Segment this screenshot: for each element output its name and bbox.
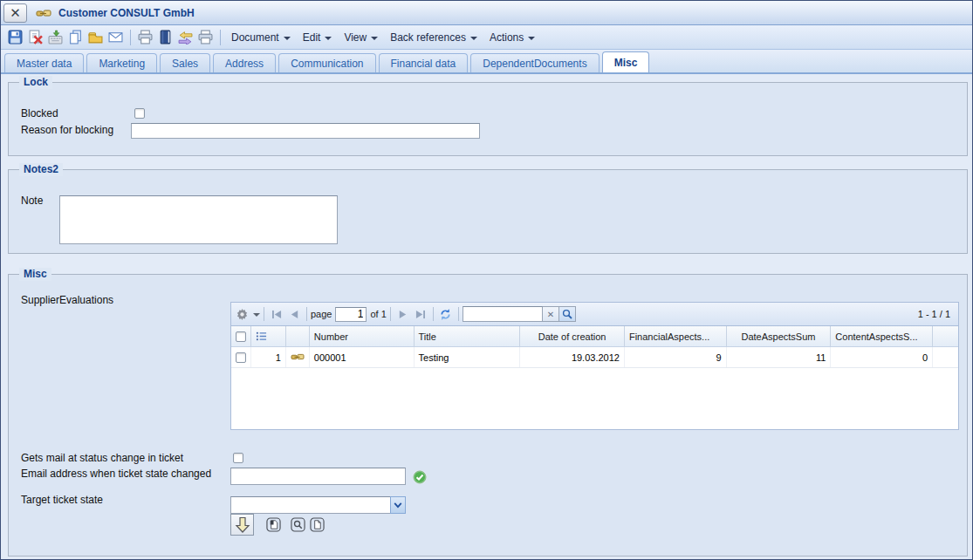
chevron-down-icon <box>371 37 378 40</box>
menu-view-label: View <box>344 31 367 44</box>
lock-section: Lock Blocked Reason for blocking <box>8 82 968 156</box>
copy-page-button[interactable] <box>265 516 281 532</box>
tab-financial-data[interactable]: Financial data <box>379 53 469 72</box>
copy-icon[interactable] <box>65 28 85 47</box>
title-bar: ✕ Customer CONSULT GmbH <box>1 1 972 25</box>
print-icon[interactable] <box>135 28 154 47</box>
print-list-icon[interactable] <box>195 28 215 47</box>
numbered-list-icon <box>256 331 267 342</box>
reason-for-blocking-label: Reason for blocking <box>21 124 113 136</box>
select-all-checkbox[interactable] <box>236 331 246 342</box>
combo-chevron-down-icon[interactable] <box>390 496 406 514</box>
prev-page-icon[interactable] <box>285 305 303 323</box>
gets-mail-label: Gets mail at status change in ticket <box>21 452 183 464</box>
tab-marketing[interactable]: Marketing <box>86 53 157 72</box>
tab-label: Master data <box>17 58 72 70</box>
target-ticket-state-combo[interactable] <box>230 496 406 514</box>
search-icon[interactable] <box>559 306 576 322</box>
keyboard-import-icon[interactable] <box>45 28 65 47</box>
gets-mail-checkbox[interactable] <box>233 453 243 463</box>
close-icon[interactable]: ✕ <box>3 3 27 23</box>
column-header-content-aspects[interactable]: ContentAspectsS... <box>831 326 933 346</box>
save-icon[interactable] <box>5 28 24 47</box>
tab-strip: Master data Marketing Sales Address Comm… <box>1 50 972 74</box>
clear-search-icon[interactable]: ✕ <box>543 306 559 322</box>
column-header-date-aspects-sum[interactable]: DateAspectsSum <box>727 326 832 346</box>
tab-misc[interactable]: Misc <box>602 51 650 72</box>
blocked-checkbox[interactable] <box>134 108 145 119</box>
page-number-input[interactable] <box>335 307 367 322</box>
grid-search-input[interactable] <box>463 306 543 322</box>
chevron-down-icon <box>528 37 535 40</box>
tab-communication[interactable]: Communication <box>278 53 375 72</box>
tab-master-data[interactable]: Master data <box>4 53 84 72</box>
menu-document[interactable]: Document <box>225 29 297 46</box>
pager-separator <box>264 307 264 321</box>
cell-content-aspects: 0 <box>831 347 933 367</box>
email-address-label: Email address when ticket state changed <box>21 468 211 480</box>
tab-label: Financial data <box>391 58 456 70</box>
blocked-label: Blocked <box>21 107 58 120</box>
column-header-number[interactable]: Number <box>310 326 415 346</box>
pager-separator <box>458 307 459 321</box>
delete-document-icon[interactable] <box>25 28 45 47</box>
select-all-checkbox-cell[interactable] <box>231 326 251 346</box>
down-arrow-icon <box>235 516 250 534</box>
misc-legend: Misc <box>19 268 51 281</box>
note-textarea[interactable] <box>59 195 338 244</box>
new-document-button[interactable] <box>309 516 325 532</box>
main-toolbar: Document Edit View Back references Actio… <box>1 25 972 50</box>
tab-sales[interactable]: Sales <box>160 53 210 72</box>
grid-settings-gear-icon[interactable] <box>236 305 260 323</box>
menu-view[interactable]: View <box>338 29 384 46</box>
menu-document-label: Document <box>231 31 279 44</box>
grid-row[interactable]: 1 000001 Testing 19.03.2012 9 11 0 <box>231 347 958 368</box>
lock-legend: Lock <box>19 76 52 89</box>
tab-address[interactable]: Address <box>213 53 276 72</box>
refresh-icon[interactable] <box>437 305 455 323</box>
customer-icon <box>36 6 51 20</box>
reason-for-blocking-input[interactable] <box>131 123 480 139</box>
menu-actions-label: Actions <box>490 31 524 44</box>
pager-separator <box>390 307 391 321</box>
application-window: ✕ Customer CONSULT GmbH <box>0 0 973 560</box>
column-header-title[interactable]: Title <box>415 326 521 346</box>
column-header-date-of-creation[interactable]: Date of creation <box>520 326 625 346</box>
chevron-down-icon <box>470 37 477 40</box>
cell-date-aspects-sum: 11 <box>727 347 832 367</box>
icon-column-header[interactable] <box>286 326 310 346</box>
menu-edit[interactable]: Edit <box>297 29 339 46</box>
row-number-column-header[interactable] <box>251 326 286 346</box>
supplier-evaluations-label: SupplierEvaluations <box>21 294 113 306</box>
window-title: Customer CONSULT GmbH <box>58 7 195 19</box>
lookup-search-button[interactable] <box>290 516 305 532</box>
row-icon-cell <box>286 347 310 367</box>
column-header-financial-aspects[interactable]: FinancialAspects... <box>625 326 727 346</box>
menu-back-references[interactable]: Back references <box>384 29 483 46</box>
grid-pager-toolbar: page of 1 ✕ <box>231 303 958 326</box>
target-ticket-state-input[interactable] <box>230 496 390 514</box>
menu-back-references-label: Back references <box>390 31 466 44</box>
first-page-icon[interactable] <box>268 305 285 323</box>
mail-icon[interactable] <box>106 28 125 47</box>
note-label: Note <box>21 195 43 207</box>
menu-actions[interactable]: Actions <box>483 29 541 46</box>
journal-icon[interactable] <box>155 28 175 47</box>
supplier-evaluations-grid: page of 1 ✕ <box>230 302 959 430</box>
apply-down-arrow-button[interactable] <box>230 514 254 536</box>
misc-section: Misc SupplierEvaluations <box>8 274 968 557</box>
email-address-input[interactable] <box>230 468 406 485</box>
transfer-arrows-icon[interactable] <box>175 28 195 47</box>
notes2-legend: Notes2 <box>19 163 63 176</box>
toolbar-separator <box>220 30 221 45</box>
last-page-icon[interactable] <box>412 305 429 323</box>
folder-icon[interactable] <box>86 28 105 47</box>
next-page-icon[interactable] <box>394 305 412 323</box>
tab-dependent-documents[interactable]: DependentDocuments <box>470 53 599 72</box>
row-index-cell: 1 <box>251 347 286 367</box>
row-checkbox-cell[interactable] <box>231 347 251 367</box>
cell-title: Testing <box>415 347 521 367</box>
tab-label: DependentDocuments <box>483 58 586 70</box>
menu-edit-label: Edit <box>303 31 321 44</box>
row-checkbox[interactable] <box>236 352 246 363</box>
